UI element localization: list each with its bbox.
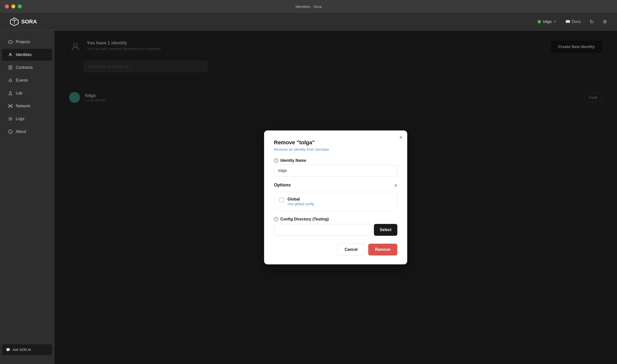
identity-name-label: Identity Name — [280, 158, 306, 163]
remove-button[interactable]: Remove — [368, 244, 397, 255]
cancel-button[interactable]: Cancel — [337, 244, 365, 255]
gear-icon: ⚙ — [603, 19, 607, 25]
modal-overlay: × Remove "tolga" Remove an identity from… — [54, 31, 617, 364]
header: SORA tolga ▼ 📖 Docs ↻ ⚙ — [0, 13, 617, 31]
config-dir-help-icon: ? — [274, 217, 278, 221]
options-box: Global Use global config — [274, 192, 397, 211]
ask-sorai-label: Ask SOR.AI — [13, 348, 31, 352]
modal-title: Remove "tolga" — [274, 139, 397, 146]
chat-icon: 💬 — [6, 348, 10, 352]
user-menu[interactable]: tolga ▼ — [538, 19, 557, 24]
docs-label: Docs — [572, 19, 581, 24]
logo-text: SORA — [21, 18, 37, 25]
sidebar: Projects Identities Contracts Events — [0, 31, 54, 364]
lab-icon — [8, 91, 13, 96]
close-button[interactable] — [5, 4, 9, 8]
global-option-row: Global Use global config — [279, 197, 392, 206]
network-icon — [8, 104, 13, 109]
global-checkbox[interactable] — [279, 198, 284, 202]
svg-point-11 — [12, 107, 12, 108]
svg-line-13 — [11, 105, 12, 106]
minimize-button[interactable] — [11, 4, 15, 8]
window-title: Identities - Sora — [295, 4, 321, 9]
sidebar-item-identities[interactable]: Identities — [2, 49, 52, 61]
remove-identity-modal: × Remove "tolga" Remove an identity from… — [264, 130, 407, 264]
ask-sorai-button[interactable]: 💬 Ask SOR.AI — [2, 344, 52, 355]
folder-icon — [8, 39, 13, 44]
file-icon — [8, 65, 13, 70]
options-toggle-button[interactable]: ∧ — [394, 182, 397, 188]
svg-point-9 — [12, 105, 12, 105]
sidebar-item-label: Logs — [16, 117, 24, 121]
user-status-dot — [538, 20, 541, 23]
sidebar-item-about[interactable]: About — [2, 126, 52, 138]
sidebar-item-logs[interactable]: Logs — [2, 113, 52, 125]
sidebar-item-label: Contracts — [16, 65, 33, 70]
main-content: You have 1 identity You can add, remove … — [54, 31, 617, 364]
modal-subtitle: Remove an identity from Soroban — [274, 147, 397, 151]
modal-actions: Cancel Remove — [274, 244, 397, 255]
sidebar-item-network[interactable]: Network — [2, 100, 52, 112]
config-dir-input[interactable] — [274, 224, 371, 236]
svg-line-12 — [9, 105, 10, 106]
options-header: Options ∧ — [274, 182, 397, 188]
global-sublabel: Use global config — [288, 202, 314, 206]
identity-name-field-row: ? Identity Name — [274, 158, 397, 163]
config-dir-row: ? Config Directory (Testing) — [274, 217, 397, 221]
sidebar-item-contracts[interactable]: Contracts — [2, 62, 52, 73]
app: SORA tolga ▼ 📖 Docs ↻ ⚙ — [0, 13, 617, 364]
svg-point-2 — [10, 53, 11, 55]
user-name: tolga — [543, 19, 552, 24]
sidebar-item-label: About — [16, 129, 26, 134]
sidebar-item-lab[interactable]: Lab — [2, 87, 52, 99]
main-layout: Projects Identities Contracts Events — [0, 31, 617, 364]
identity-name-help-icon: ? — [274, 158, 278, 163]
svg-point-10 — [9, 107, 9, 108]
config-dir-label: Config Directory (Testing) — [280, 217, 329, 221]
docs-button[interactable]: 📖 Docs — [565, 19, 581, 24]
sidebar-bottom: 💬 Ask SOR.AI — [0, 344, 54, 359]
svg-line-15 — [11, 106, 12, 107]
svg-point-8 — [9, 105, 9, 105]
refresh-icon: ↻ — [590, 19, 594, 25]
modal-close-button[interactable]: × — [399, 135, 402, 140]
select-button[interactable]: Select — [374, 224, 397, 236]
info-icon — [8, 129, 13, 134]
book-icon: 📖 — [565, 19, 570, 24]
window-controls — [5, 4, 22, 8]
config-dir-input-row: Select — [274, 224, 397, 236]
sidebar-item-label: Network — [16, 104, 30, 108]
sidebar-item-label: Projects — [16, 40, 30, 44]
logo-icon — [10, 17, 19, 26]
maximize-button[interactable] — [18, 4, 22, 8]
sidebar-item-projects[interactable]: Projects — [2, 36, 52, 48]
bell-icon — [8, 78, 13, 83]
global-option-text: Global Use global config — [288, 197, 314, 206]
refresh-button[interactable]: ↻ — [590, 19, 594, 25]
options-title: Options — [274, 182, 291, 188]
titlebar: Identities - Sora — [0, 0, 617, 13]
sidebar-item-label: Identities — [16, 53, 32, 57]
chevron-down-icon: ▼ — [554, 20, 557, 23]
header-right: tolga ▼ 📖 Docs ↻ ⚙ — [538, 19, 607, 25]
sidebar-item-label: Events — [16, 78, 28, 83]
list-icon — [8, 116, 13, 121]
sidebar-item-events[interactable]: Events — [2, 74, 52, 86]
svg-line-14 — [9, 106, 10, 107]
logo: SORA — [10, 17, 37, 26]
global-label: Global — [288, 197, 314, 201]
identity-name-input[interactable] — [274, 165, 397, 177]
person-icon — [8, 52, 13, 57]
sidebar-item-label: Lab — [16, 91, 22, 95]
settings-button[interactable]: ⚙ — [603, 19, 607, 25]
